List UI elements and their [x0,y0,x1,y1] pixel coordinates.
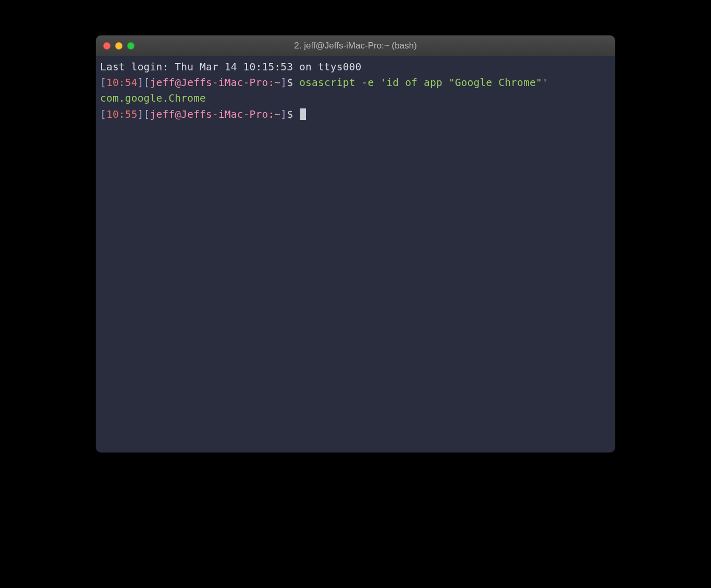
prompt-userhost: jeff@Jeffs-iMac-Pro:~ [150,77,281,89]
terminal-window: 2. jeff@Jeffs-iMac-Pro:~ (bash) Last log… [96,35,615,452]
minimize-icon[interactable] [115,42,122,50]
prompt-bracket: [ [144,108,150,120]
prompt-bracket: ] [280,108,287,120]
window-titlebar[interactable]: 2. jeff@Jeffs-iMac-Pro:~ (bash) [96,35,615,56]
window-title: 2. jeff@Jeffs-iMac-Pro:~ (bash) [96,41,615,51]
prompt-time: 10:55 [106,108,138,120]
cursor-icon [300,108,306,120]
close-icon[interactable] [103,42,111,50]
prompt-time: 10:54 [106,77,138,89]
prompt-userhost: jeff@Jeffs-iMac-Pro:~ [150,108,281,120]
prompt-dollar: $ [287,108,299,120]
prompt-bracket: ] [138,108,144,120]
prompt-bracket: [ [100,77,106,89]
prompt-bracket: ] [280,77,287,89]
terminal-body[interactable]: Last login: Thu Mar 14 10:15:53 on ttys0… [96,56,615,452]
command-output: com.google.Chrome [100,92,206,104]
command-text: osascript -e 'id of app "Google Chrome"' [299,77,548,89]
last-login-line: Last login: Thu Mar 14 10:15:53 on ttys0… [100,61,361,73]
maximize-icon[interactable] [127,42,134,50]
prompt-dollar: $ [287,77,299,89]
prompt-bracket: ] [138,77,144,89]
traffic-lights [103,42,134,50]
prompt-bracket: [ [144,77,150,89]
prompt-bracket: [ [100,108,106,120]
